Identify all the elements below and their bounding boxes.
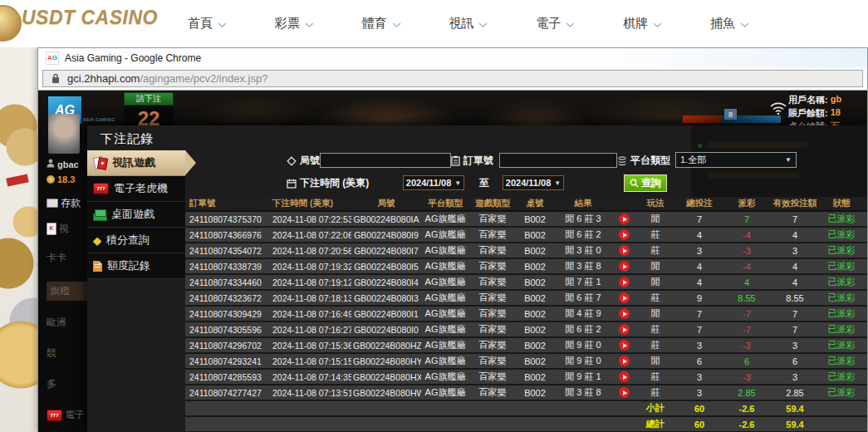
replay-button-icon[interactable]: [619, 245, 630, 256]
nav-item-label: 電子: [536, 16, 561, 32]
platform-filter-label: 平台類型: [617, 154, 670, 168]
replay-button-icon[interactable]: [619, 214, 630, 224]
menu-item-table-games[interactable]: 桌面遊戲: [87, 202, 185, 228]
table-cell: [612, 387, 635, 399]
nav-item-video[interactable]: 視訊: [449, 16, 488, 32]
table-cell: [612, 245, 635, 257]
person-icon: [47, 159, 55, 169]
calendar-icon: [287, 179, 297, 189]
replay-button-icon[interactable]: [619, 340, 630, 351]
nav-item-chess[interactable]: 棋牌: [623, 16, 662, 32]
slot-777-icon: 777: [47, 410, 62, 421]
bet-time-label: 下注時間 (美東): [287, 176, 369, 190]
table-cell: 3: [675, 246, 723, 256]
table-cell: GB00224B080IA: [351, 214, 421, 224]
table-cell: 7: [723, 214, 770, 224]
order-number-input[interactable]: [499, 153, 617, 168]
table-cell: 總計: [635, 418, 675, 430]
table-header-row: 訂單號下注時間 (美東)局號平台類型遊戲類型桌號結果玩法總投注派彩有效投注額狀態…: [185, 197, 867, 212]
replay-button-icon[interactable]: [619, 371, 630, 382]
table-cell: 6: [723, 356, 770, 366]
screen: USDT CASINO 首頁彩票體育視訊電子棋牌捕魚 E AG Asia Gam…: [0, 0, 868, 432]
calendar-caret-icon: ▼: [454, 179, 461, 187]
replay-button-icon[interactable]: [619, 324, 630, 335]
table-cell: 2024-11-08 07:22:53: [268, 214, 351, 224]
nav-item-label: 棋牌: [623, 16, 648, 32]
search-button[interactable]: 查詢: [624, 174, 667, 192]
menu-item-points-inquiry[interactable]: ◆積分查詢: [87, 228, 185, 253]
table-cell: B002: [516, 309, 554, 319]
column-header: 遊: [863, 198, 867, 209]
table-row: 2411080742967022024-11-08 07:15:36GB0022…: [185, 338, 867, 354]
replay-button-icon[interactable]: [619, 292, 630, 303]
table-cell: 59.4: [770, 404, 820, 414]
platform-list-icon: [617, 156, 627, 166]
menu-item-slot-machines[interactable]: 777電子老虎機: [87, 176, 185, 202]
window-titlebar[interactable]: AG Asia Gaming - Google Chrome: [38, 48, 867, 67]
table-row: 2411080743344602024-11-08 07:19:12GB0022…: [185, 275, 867, 291]
bet-ratio-bar: 8: [683, 115, 781, 123]
table-cell: 閒 6 莊 2: [554, 228, 612, 241]
game-sidebar-label: 競: [47, 346, 56, 361]
table-cell: 已派彩: [820, 339, 863, 351]
table-cell: -7: [723, 309, 770, 319]
table-cell: 已派彩: [820, 244, 863, 257]
table-cell: 241108074277427: [185, 388, 268, 398]
replay-button-icon[interactable]: [619, 277, 630, 287]
date-from-picker[interactable]: 2024/11/08 ▼: [403, 175, 464, 190]
table-cell: 60: [675, 420, 723, 430]
table-cell: 3: [675, 388, 723, 398]
filter-panel: 局號 訂單號: [185, 150, 867, 197]
replay-button-icon[interactable]: [619, 229, 630, 240]
site-logo[interactable]: USDT CASINO: [0, 7, 158, 29]
replay-button-icon[interactable]: [619, 261, 630, 272]
table-cell: AG旗艦廳: [421, 355, 469, 367]
nav-item-electronic[interactable]: 電子: [536, 16, 575, 32]
table-cell: 2024-11-08 07:16:27: [268, 325, 351, 335]
calendar-caret-icon: ▼: [554, 179, 561, 187]
replay-button-icon[interactable]: [619, 308, 630, 319]
table-cell: 241108074375370: [185, 214, 268, 224]
menu-item-video-games[interactable]: ♥視訊遊戲: [87, 150, 185, 176]
ratio-value: 8: [724, 109, 737, 120]
table-cell: 2024-11-08 07:19:12: [268, 277, 351, 287]
table-cell: AG旗艦廳: [421, 244, 469, 257]
nav-item-sports[interactable]: 體育: [362, 16, 401, 32]
replay-button-icon[interactable]: [619, 356, 630, 366]
nav-item-fishing[interactable]: 捕魚: [710, 16, 749, 32]
table-cell: AG旗艦廳: [421, 323, 469, 336]
table-cell: 百家樂: [469, 355, 516, 367]
menu-item-label: 視訊遊戲: [112, 155, 155, 170]
game-sidebar-item: 多: [47, 377, 87, 391]
nav-item-home[interactable]: 首頁: [188, 16, 227, 32]
replay-button-icon[interactable]: [619, 387, 630, 398]
table-cell: 閒 6 莊 2: [554, 323, 612, 336]
table-cell: 百家樂: [469, 371, 516, 383]
table-cell: [612, 324, 635, 336]
game-sidebar-label: 18.3: [57, 174, 75, 184]
table-cell: 7: [675, 309, 723, 319]
table-cell: 2.85: [723, 388, 770, 398]
table-cell: 閒 9 莊 1: [554, 371, 612, 383]
table-cell: 莊: [635, 339, 675, 351]
table-cell: 閒 9 莊 0: [554, 355, 612, 367]
table-cell: 百家樂: [469, 292, 516, 304]
table-cell: 百家樂: [469, 339, 516, 351]
table-cell: 小計: [635, 402, 675, 415]
date-to-picker[interactable]: 2024/11/08 ▼: [503, 175, 564, 190]
nav-item-lottery[interactable]: 彩票: [275, 16, 314, 32]
table-cell: 莊: [635, 371, 675, 383]
menu-item-quota-records[interactable]: 額度記錄: [87, 253, 185, 279]
address-bar[interactable]: gci.2hhapi.com/agingame/pcv2/index.jsp?: [42, 70, 863, 87]
table-cell: 241108074305596: [185, 325, 268, 335]
table-cell: 6: [675, 356, 723, 366]
table-cell: 60: [675, 404, 723, 414]
table-cell: GB00224B080HW: [351, 388, 421, 398]
table-cell: [612, 229, 635, 241]
round-number-input[interactable]: [320, 153, 451, 168]
table-cell: -4: [723, 262, 770, 272]
table-cell: AG旗艦廳: [421, 228, 469, 241]
playing-cards-icon: ♥: [93, 156, 107, 169]
table-cell: -3: [723, 341, 770, 351]
platform-type-select[interactable]: 1.全部 ▼: [675, 152, 797, 168]
